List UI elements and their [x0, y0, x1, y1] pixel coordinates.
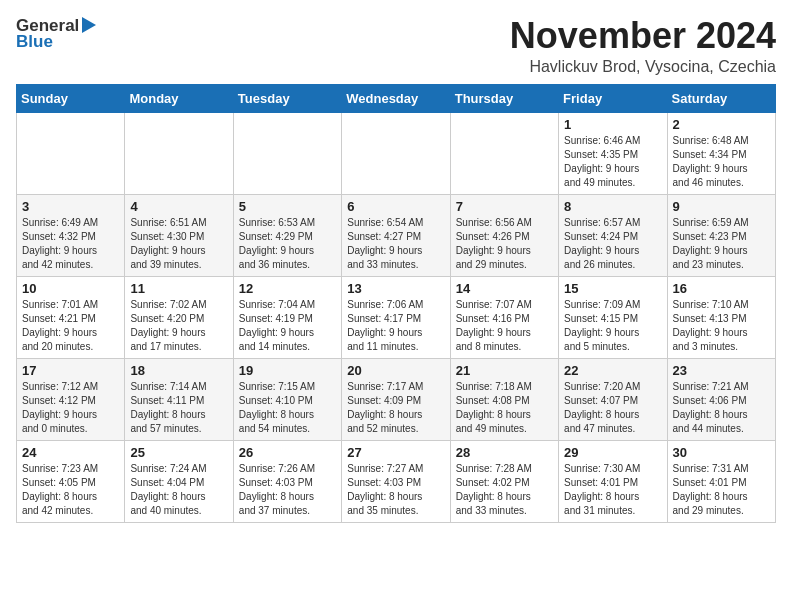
- day-number: 13: [347, 281, 444, 296]
- day-info: Sunrise: 7:30 AM Sunset: 4:01 PM Dayligh…: [564, 462, 661, 518]
- logo-arrow-icon: [82, 17, 96, 33]
- table-row: 24Sunrise: 7:23 AM Sunset: 4:05 PM Dayli…: [17, 440, 125, 522]
- day-info: Sunrise: 7:28 AM Sunset: 4:02 PM Dayligh…: [456, 462, 553, 518]
- day-number: 8: [564, 199, 661, 214]
- table-row: 29Sunrise: 7:30 AM Sunset: 4:01 PM Dayli…: [559, 440, 667, 522]
- day-info: Sunrise: 7:24 AM Sunset: 4:04 PM Dayligh…: [130, 462, 227, 518]
- day-info: Sunrise: 6:57 AM Sunset: 4:24 PM Dayligh…: [564, 216, 661, 272]
- day-info: Sunrise: 7:07 AM Sunset: 4:16 PM Dayligh…: [456, 298, 553, 354]
- day-info: Sunrise: 7:17 AM Sunset: 4:09 PM Dayligh…: [347, 380, 444, 436]
- day-info: Sunrise: 7:18 AM Sunset: 4:08 PM Dayligh…: [456, 380, 553, 436]
- day-number: 9: [673, 199, 770, 214]
- table-row: 12Sunrise: 7:04 AM Sunset: 4:19 PM Dayli…: [233, 276, 341, 358]
- header-monday: Monday: [125, 84, 233, 112]
- table-row: 8Sunrise: 6:57 AM Sunset: 4:24 PM Daylig…: [559, 194, 667, 276]
- day-info: Sunrise: 7:26 AM Sunset: 4:03 PM Dayligh…: [239, 462, 336, 518]
- day-number: 21: [456, 363, 553, 378]
- day-number: 28: [456, 445, 553, 460]
- day-number: 27: [347, 445, 444, 460]
- day-number: 22: [564, 363, 661, 378]
- table-row: 9Sunrise: 6:59 AM Sunset: 4:23 PM Daylig…: [667, 194, 775, 276]
- table-row: 17Sunrise: 7:12 AM Sunset: 4:12 PM Dayli…: [17, 358, 125, 440]
- table-row: 19Sunrise: 7:15 AM Sunset: 4:10 PM Dayli…: [233, 358, 341, 440]
- header-sunday: Sunday: [17, 84, 125, 112]
- table-row: 27Sunrise: 7:27 AM Sunset: 4:03 PM Dayli…: [342, 440, 450, 522]
- table-row: 22Sunrise: 7:20 AM Sunset: 4:07 PM Dayli…: [559, 358, 667, 440]
- day-number: 19: [239, 363, 336, 378]
- day-number: 25: [130, 445, 227, 460]
- calendar-week-row: 3Sunrise: 6:49 AM Sunset: 4:32 PM Daylig…: [17, 194, 776, 276]
- day-number: 2: [673, 117, 770, 132]
- table-row: 1Sunrise: 6:46 AM Sunset: 4:35 PM Daylig…: [559, 112, 667, 194]
- table-row: 28Sunrise: 7:28 AM Sunset: 4:02 PM Dayli…: [450, 440, 558, 522]
- day-info: Sunrise: 7:15 AM Sunset: 4:10 PM Dayligh…: [239, 380, 336, 436]
- day-info: Sunrise: 6:49 AM Sunset: 4:32 PM Dayligh…: [22, 216, 119, 272]
- day-info: Sunrise: 7:23 AM Sunset: 4:05 PM Dayligh…: [22, 462, 119, 518]
- day-info: Sunrise: 6:54 AM Sunset: 4:27 PM Dayligh…: [347, 216, 444, 272]
- day-info: Sunrise: 7:20 AM Sunset: 4:07 PM Dayligh…: [564, 380, 661, 436]
- table-row: [125, 112, 233, 194]
- table-row: 20Sunrise: 7:17 AM Sunset: 4:09 PM Dayli…: [342, 358, 450, 440]
- table-row: [233, 112, 341, 194]
- day-info: Sunrise: 7:12 AM Sunset: 4:12 PM Dayligh…: [22, 380, 119, 436]
- day-number: 10: [22, 281, 119, 296]
- table-row: 10Sunrise: 7:01 AM Sunset: 4:21 PM Dayli…: [17, 276, 125, 358]
- day-number: 7: [456, 199, 553, 214]
- table-row: 30Sunrise: 7:31 AM Sunset: 4:01 PM Dayli…: [667, 440, 775, 522]
- table-row: 18Sunrise: 7:14 AM Sunset: 4:11 PM Dayli…: [125, 358, 233, 440]
- day-number: 17: [22, 363, 119, 378]
- weekday-header-row: Sunday Monday Tuesday Wednesday Thursday…: [17, 84, 776, 112]
- header-thursday: Thursday: [450, 84, 558, 112]
- calendar-table: Sunday Monday Tuesday Wednesday Thursday…: [16, 84, 776, 523]
- table-row: 11Sunrise: 7:02 AM Sunset: 4:20 PM Dayli…: [125, 276, 233, 358]
- day-number: 5: [239, 199, 336, 214]
- day-number: 16: [673, 281, 770, 296]
- day-number: 15: [564, 281, 661, 296]
- day-info: Sunrise: 6:46 AM Sunset: 4:35 PM Dayligh…: [564, 134, 661, 190]
- day-info: Sunrise: 6:56 AM Sunset: 4:26 PM Dayligh…: [456, 216, 553, 272]
- day-number: 26: [239, 445, 336, 460]
- calendar-week-row: 17Sunrise: 7:12 AM Sunset: 4:12 PM Dayli…: [17, 358, 776, 440]
- table-row: 3Sunrise: 6:49 AM Sunset: 4:32 PM Daylig…: [17, 194, 125, 276]
- day-info: Sunrise: 7:14 AM Sunset: 4:11 PM Dayligh…: [130, 380, 227, 436]
- header-tuesday: Tuesday: [233, 84, 341, 112]
- day-info: Sunrise: 6:48 AM Sunset: 4:34 PM Dayligh…: [673, 134, 770, 190]
- day-number: 30: [673, 445, 770, 460]
- table-row: [17, 112, 125, 194]
- day-number: 29: [564, 445, 661, 460]
- calendar-week-row: 24Sunrise: 7:23 AM Sunset: 4:05 PM Dayli…: [17, 440, 776, 522]
- table-row: 7Sunrise: 6:56 AM Sunset: 4:26 PM Daylig…: [450, 194, 558, 276]
- table-row: 2Sunrise: 6:48 AM Sunset: 4:34 PM Daylig…: [667, 112, 775, 194]
- table-row: 13Sunrise: 7:06 AM Sunset: 4:17 PM Dayli…: [342, 276, 450, 358]
- day-info: Sunrise: 7:31 AM Sunset: 4:01 PM Dayligh…: [673, 462, 770, 518]
- day-info: Sunrise: 7:02 AM Sunset: 4:20 PM Dayligh…: [130, 298, 227, 354]
- table-row: 16Sunrise: 7:10 AM Sunset: 4:13 PM Dayli…: [667, 276, 775, 358]
- day-info: Sunrise: 7:04 AM Sunset: 4:19 PM Dayligh…: [239, 298, 336, 354]
- day-number: 11: [130, 281, 227, 296]
- table-row: 23Sunrise: 7:21 AM Sunset: 4:06 PM Dayli…: [667, 358, 775, 440]
- day-info: Sunrise: 6:59 AM Sunset: 4:23 PM Dayligh…: [673, 216, 770, 272]
- day-number: 12: [239, 281, 336, 296]
- day-number: 23: [673, 363, 770, 378]
- logo-blue-text: Blue: [16, 32, 53, 52]
- day-info: Sunrise: 6:51 AM Sunset: 4:30 PM Dayligh…: [130, 216, 227, 272]
- day-number: 18: [130, 363, 227, 378]
- table-row: 26Sunrise: 7:26 AM Sunset: 4:03 PM Dayli…: [233, 440, 341, 522]
- day-number: 20: [347, 363, 444, 378]
- table-row: 6Sunrise: 6:54 AM Sunset: 4:27 PM Daylig…: [342, 194, 450, 276]
- table-row: [450, 112, 558, 194]
- title-section: November 2024 Havlickuv Brod, Vysocina, …: [510, 16, 776, 76]
- day-number: 1: [564, 117, 661, 132]
- day-info: Sunrise: 7:01 AM Sunset: 4:21 PM Dayligh…: [22, 298, 119, 354]
- day-number: 24: [22, 445, 119, 460]
- table-row: 21Sunrise: 7:18 AM Sunset: 4:08 PM Dayli…: [450, 358, 558, 440]
- table-row: 14Sunrise: 7:07 AM Sunset: 4:16 PM Dayli…: [450, 276, 558, 358]
- calendar-week-row: 1Sunrise: 6:46 AM Sunset: 4:35 PM Daylig…: [17, 112, 776, 194]
- month-title: November 2024: [510, 16, 776, 56]
- header-wednesday: Wednesday: [342, 84, 450, 112]
- table-row: [342, 112, 450, 194]
- table-row: 5Sunrise: 6:53 AM Sunset: 4:29 PM Daylig…: [233, 194, 341, 276]
- logo: General Blue: [16, 16, 96, 52]
- day-number: 3: [22, 199, 119, 214]
- day-info: Sunrise: 6:53 AM Sunset: 4:29 PM Dayligh…: [239, 216, 336, 272]
